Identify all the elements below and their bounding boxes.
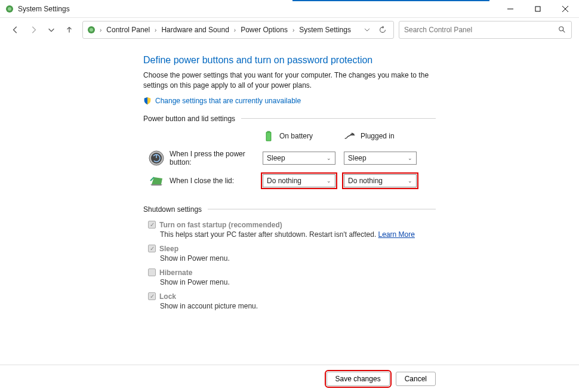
admin-link-row: Change settings that are currently unava… <box>143 97 436 105</box>
search-input[interactable] <box>404 26 558 34</box>
learn-more-link[interactable]: Learn More <box>378 230 415 239</box>
titlebar-accent <box>292 0 489 1</box>
power-button-battery-select[interactable]: Sleep⌄ <box>263 152 335 165</box>
setting-row-power-button: When I press the power button: Sleep⌄ Sl… <box>143 147 436 169</box>
divider <box>208 209 436 209</box>
address-dropdown-button[interactable] <box>360 23 374 37</box>
hibernate-checkbox[interactable] <box>148 268 156 276</box>
option-fast-startup: Turn on fast startup (recommended) This … <box>148 221 436 239</box>
fast-startup-checkbox[interactable] <box>148 221 156 229</box>
svg-rect-12 <box>267 132 271 140</box>
forward-button[interactable] <box>25 21 42 38</box>
lid-icon <box>148 172 165 189</box>
chevron-down-icon: ⌄ <box>408 178 412 184</box>
search-box[interactable] <box>399 21 572 39</box>
option-description: Show in Power menu. <box>160 278 436 286</box>
option-description: Show in account picture menu. <box>160 302 436 310</box>
minimize-button[interactable] <box>497 0 524 18</box>
power-button-icon <box>148 150 165 166</box>
col-label: Plugged in <box>361 132 395 140</box>
col-label: On battery <box>279 132 313 140</box>
chevron-down-icon: ⌄ <box>408 155 412 161</box>
nav-arrows <box>7 21 78 38</box>
window-title: System Settings <box>18 5 497 13</box>
svg-line-9 <box>563 30 565 33</box>
shutdown-options: Turn on fast startup (recommended) This … <box>148 221 436 310</box>
chevron-down-icon: ⌄ <box>327 155 331 161</box>
app-icon <box>5 4 14 14</box>
navbar: › Control Panel › Hardware and Sound › P… <box>0 18 579 42</box>
setting-label: When I press the power button: <box>170 150 263 166</box>
svg-point-1 <box>8 7 11 11</box>
power-button-plugged-select[interactable]: Sleep⌄ <box>344 152 417 165</box>
footer: Save changes Cancel <box>0 365 579 392</box>
cancel-button[interactable]: Cancel <box>396 372 436 386</box>
page-title: Define power buttons and turn on passwor… <box>143 55 436 66</box>
option-lock: Lock Show in account picture menu. <box>148 292 436 310</box>
option-description: Show in Power menu. <box>160 254 436 263</box>
svg-point-7 <box>90 28 93 32</box>
section-header-shutdown: Shutdown settings <box>143 205 436 214</box>
sleep-checkbox[interactable] <box>148 245 156 252</box>
divider <box>241 118 436 119</box>
page-description: Choose the power settings that you want … <box>143 70 436 91</box>
lid-battery-select[interactable]: Do nothing⌄ <box>263 174 335 187</box>
option-label: Sleep <box>159 245 178 253</box>
option-label: Hibernate <box>159 268 192 277</box>
shield-icon <box>143 97 152 105</box>
titlebar: System Settings <box>0 0 579 18</box>
plug-icon <box>344 130 356 142</box>
breadcrumb-item[interactable]: System Settings <box>297 26 353 34</box>
section-label: Power button and lid settings <box>143 115 235 123</box>
svg-rect-3 <box>535 7 540 11</box>
window-controls <box>497 0 579 18</box>
svg-rect-10 <box>267 131 270 132</box>
option-label: Lock <box>159 292 176 301</box>
refresh-button[interactable] <box>375 23 390 37</box>
save-button[interactable]: Save changes <box>327 372 390 386</box>
address-bar[interactable]: › Control Panel › Hardware and Sound › P… <box>82 21 394 39</box>
chevron-right-icon: › <box>98 27 103 33</box>
option-hibernate: Hibernate Show in Power menu. <box>148 268 436 286</box>
chevron-right-icon: › <box>233 27 237 33</box>
svg-point-13 <box>350 133 353 135</box>
chevron-right-icon: › <box>153 27 158 33</box>
option-description: This helps start your PC faster after sh… <box>160 230 436 239</box>
search-icon <box>558 26 566 34</box>
section-header-buttons: Power button and lid settings <box>143 115 436 123</box>
battery-icon <box>263 130 275 142</box>
section-label: Shutdown settings <box>143 205 202 214</box>
setting-row-lid: When I close the lid: Do nothing⌄ Do not… <box>143 169 436 192</box>
breadcrumb-item[interactable]: Hardware and Sound <box>159 26 231 34</box>
content-area: Define power buttons and turn on passwor… <box>0 42 579 365</box>
col-battery: On battery <box>263 130 340 142</box>
breadcrumb-item[interactable]: Control Panel <box>104 26 152 34</box>
breadcrumb-item[interactable]: Power Options <box>238 26 290 34</box>
close-button[interactable] <box>552 0 579 18</box>
recent-dropdown-button[interactable] <box>43 21 60 38</box>
back-button[interactable] <box>7 21 24 38</box>
col-plugged: Plugged in <box>344 130 421 142</box>
up-button[interactable] <box>61 21 78 38</box>
lid-plugged-select[interactable]: Do nothing⌄ <box>344 174 417 187</box>
lock-checkbox[interactable] <box>148 292 156 300</box>
option-sleep: Sleep Show in Power menu. <box>148 245 436 263</box>
setting-label: When I close the lid: <box>170 177 263 185</box>
chevron-down-icon: ⌄ <box>327 178 331 184</box>
chevron-right-icon: › <box>291 27 295 33</box>
option-label: Turn on fast startup (recommended) <box>159 221 282 229</box>
column-headers: On battery Plugged in <box>263 130 436 142</box>
svg-point-8 <box>559 27 563 31</box>
address-icon <box>87 25 96 35</box>
change-settings-link[interactable]: Change settings that are currently unava… <box>155 97 301 105</box>
maximize-button[interactable] <box>524 0 552 18</box>
